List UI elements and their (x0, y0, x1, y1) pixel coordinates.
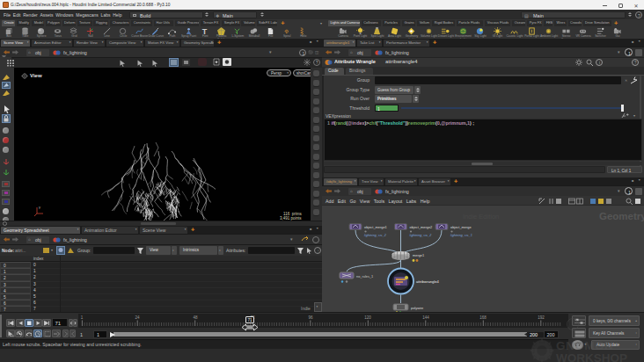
svg-text:168: 168 (479, 315, 487, 320)
svg-text:48: 48 (193, 315, 198, 320)
svg-text:WORKSHOP: WORKSHOP (556, 351, 627, 362)
svg-text:24: 24 (135, 315, 140, 320)
svg-text:object_merge1: object_merge1 (364, 225, 387, 229)
svg-text:lightning_src_1: lightning_src_1 (450, 234, 472, 237)
svg-text:96: 96 (308, 315, 313, 320)
svg-text:GNOMON: GNOMON (556, 339, 613, 352)
svg-text:144: 144 (422, 315, 429, 320)
svg-text:polywire: polywire (411, 306, 423, 310)
svg-text:192: 192 (538, 315, 545, 320)
svg-text:merge1: merge1 (413, 253, 424, 257)
svg-text:object_merge: object_merge (450, 225, 472, 229)
svg-text:no_rules_1: no_rules_1 (356, 274, 373, 279)
svg-text:attribwrangle4: attribwrangle4 (416, 279, 439, 284)
svg-text:lightning_src_2: lightning_src_2 (410, 234, 432, 237)
svg-text:y: y (39, 205, 40, 209)
svg-text:1: 1 (80, 315, 83, 320)
svg-text:object_merge2: object_merge2 (410, 225, 433, 229)
svg-text:120: 120 (364, 315, 371, 320)
svg-text:lightning_src_2: lightning_src_2 (364, 234, 386, 237)
